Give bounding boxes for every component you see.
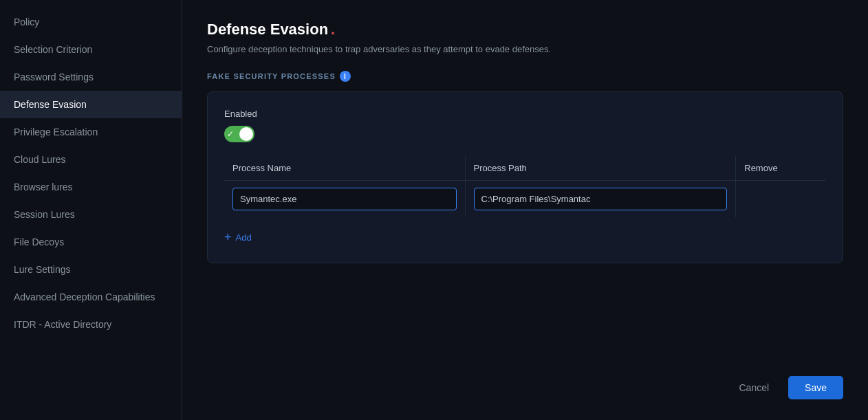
- sidebar-item-itdr-active-directory[interactable]: ITDR - Active Directory: [0, 311, 182, 338]
- sidebar-item-selection-criterion[interactable]: Selection Criterion: [0, 36, 182, 63]
- sidebar-item-browser-lures[interactable]: Browser lures: [0, 173, 182, 201]
- process-name-cell: [224, 181, 465, 218]
- toggle-check-icon: ✓: [227, 129, 234, 139]
- page-title-text: Defense Evasion: [207, 21, 328, 38]
- process-path-cell: [465, 181, 736, 218]
- enabled-toggle[interactable]: ✓: [224, 126, 254, 142]
- add-plus-icon: +: [224, 231, 232, 243]
- title-dot: .: [331, 21, 335, 38]
- section-header: FAKE SECURITY PROCESSES i: [207, 71, 843, 82]
- add-label: Add: [236, 232, 252, 243]
- sidebar-item-policy[interactable]: Policy: [0, 8, 182, 36]
- sidebar-item-session-lures[interactable]: Session Lures: [0, 201, 182, 228]
- table-row: [224, 181, 826, 218]
- main-content: Defense Evasion. Configure deception tec…: [182, 0, 868, 420]
- fake-security-processes-card: Enabled ✓ Process Name Process Path Remo…: [207, 91, 843, 263]
- toggle-container: ✓: [224, 126, 826, 142]
- save-button[interactable]: Save: [788, 376, 843, 399]
- col-header-remove: Remove: [736, 156, 826, 181]
- sidebar-item-file-decoys[interactable]: File Decoys: [0, 228, 182, 256]
- process-name-input[interactable]: [232, 188, 457, 210]
- info-icon[interactable]: i: [340, 71, 351, 82]
- enabled-label: Enabled: [224, 109, 826, 119]
- sidebar-item-lure-settings[interactable]: Lure Settings: [0, 256, 182, 283]
- page-title: Defense Evasion.: [207, 21, 843, 38]
- section-label-text: FAKE SECURITY PROCESSES: [207, 72, 336, 80]
- sidebar-item-cloud-lures[interactable]: Cloud Lures: [0, 146, 182, 173]
- toggle-track: ✓: [224, 126, 254, 142]
- page-description: Configure deception techniques to trap a…: [207, 44, 843, 54]
- footer-actions: Cancel Save: [728, 376, 843, 399]
- sidebar-item-privilege-escalation[interactable]: Privilege Escalation: [0, 118, 182, 146]
- col-header-process-name: Process Name: [224, 156, 465, 181]
- remove-cell: [736, 181, 826, 218]
- process-path-input[interactable]: [474, 188, 728, 210]
- col-header-process-path: Process Path: [465, 156, 736, 181]
- process-table: Process Name Process Path Remove: [224, 156, 826, 217]
- toggle-thumb: [239, 127, 253, 141]
- sidebar: PolicySelection CriterionPassword Settin…: [0, 0, 182, 420]
- sidebar-item-defense-evasion[interactable]: Defense Evasion: [0, 91, 182, 118]
- sidebar-item-password-settings[interactable]: Password Settings: [0, 63, 182, 91]
- add-button[interactable]: + Add: [224, 228, 252, 246]
- cancel-button[interactable]: Cancel: [728, 377, 780, 399]
- sidebar-item-advanced-deception[interactable]: Advanced Deception Capabilities: [0, 283, 182, 311]
